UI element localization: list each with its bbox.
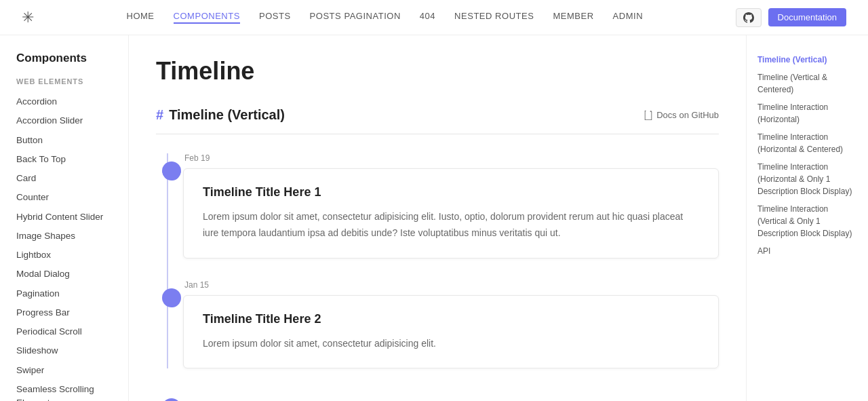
right-sidebar-items: Timeline (Vertical)Timeline (Vertical & … [757,52,857,259]
right-sidebar-item[interactable]: Timeline Interaction (Horizontal) [757,99,857,128]
section-hash: # [156,107,163,123]
sidebar-item-lightbox[interactable]: Lightbox [16,246,128,265]
right-sidebar-item[interactable]: Timeline Interaction (Horizontal & Cente… [757,129,857,157]
nav-link-home[interactable]: HOME [126,11,154,24]
timeline-container: Feb 19 Timeline Title Here 1 Lorem ipsum… [156,153,719,368]
section-divider [156,134,719,134]
sidebar-section-label: WEB ELEMENTS [16,77,128,85]
right-sidebar-item[interactable]: Timeline Interaction (Vertical & Only 1 … [757,201,857,242]
sidebar-item-progress-bar[interactable]: Progress Bar [16,303,128,322]
timeline-card-body: Lorem ipsum dolor sit amet, consectetur … [203,209,699,242]
nav-link-member[interactable]: MEMBER [553,11,593,24]
timeline-date: Feb 19 [184,153,719,163]
nav-link-posts-pagination[interactable]: POSTS PAGINATION [310,11,401,24]
timeline-card-title: Timeline Title Here 1 [203,185,699,199]
timeline-card-title: Timeline Title Here 2 [203,312,699,326]
timeline-card: Timeline Title Here 1 Lorem ipsum dolor … [183,168,719,259]
sidebar-item-hybrid-content-slider[interactable]: Hybrid Content Slider [16,208,128,227]
timeline-dot [162,161,181,180]
github-button[interactable] [736,8,762,27]
sidebar-title: Components [16,52,128,65]
sidebar-item-accordion[interactable]: Accordion [16,92,128,111]
sidebar-item-swiper[interactable]: Swiper [16,361,128,380]
logo: ✳ [22,9,34,26]
timeline-card-body: Lorem ipsum dolor sit amet, consectetur … [203,336,699,352]
sidebar-item-slideshow[interactable]: Slideshow [16,341,128,360]
section-title: Timeline (Vertical) [169,107,285,123]
sidebar-item-card[interactable]: Card [16,169,128,188]
layout: Components WEB ELEMENTS AccordionAccordi… [0,35,868,401]
right-sidebar-item[interactable]: Timeline (Vertical) [757,52,857,68]
sidebar-item-counter[interactable]: Counter [16,188,128,207]
sidebar-item-seamless-scrolling-element[interactable]: Seamless Scrolling Element [16,380,128,401]
docs-link-label: Docs on GitHub [656,110,719,120]
sidebar-item-periodical-scroll[interactable]: Periodical Scroll [16,322,128,341]
sidebar-right: Timeline (Vertical)Timeline (Vertical & … [746,35,868,401]
section-header: # Timeline (Vertical) Docs on GitHub [156,107,719,123]
nav-right: Documentation [736,8,846,27]
section-title-row: # Timeline (Vertical) [156,107,285,123]
sidebar-item-pagination[interactable]: Pagination [16,284,128,303]
logo-icon: ✳ [22,9,34,26]
sidebar-left: Components WEB ELEMENTS AccordionAccordi… [0,35,129,401]
sidebar-item-image-shapes[interactable]: Image Shapes [16,227,128,246]
nav-link-posts[interactable]: POSTS [259,11,291,24]
top-nav: ✳ HOMECOMPONENTSPOSTSPOSTS PAGINATION404… [0,0,868,35]
timeline-dot [162,288,181,307]
docs-on-github-link[interactable]: Docs on GitHub [644,110,719,120]
right-sidebar-item[interactable]: Timeline Interaction (Horizontal & Only … [757,159,857,199]
timeline-date: Jan 15 [184,280,719,290]
github-icon [743,12,754,23]
timeline-item: Feb 19 Timeline Title Here 1 Lorem ipsum… [183,153,719,259]
nav-links: HOMECOMPONENTSPOSTSPOSTS PAGINATION404NE… [126,11,643,24]
nav-link-404[interactable]: 404 [420,11,435,24]
sidebar-item-modal-dialog[interactable]: Modal Dialog [16,265,128,284]
sidebar-item-accordion-slider[interactable]: Accordion Slider [16,111,128,130]
documentation-button[interactable]: Documentation [768,8,846,26]
timeline-card: Timeline Title Here 2 Lorem ipsum dolor … [183,295,719,369]
right-sidebar-item[interactable]: API [757,243,857,259]
nav-link-nested-routes[interactable]: NESTED ROUTES [454,11,534,24]
nav-link-admin[interactable]: ADMIN [613,11,644,24]
timeline-line [167,153,168,368]
nav-link-components[interactable]: COMPONENTS [174,11,240,24]
sidebar-item-button[interactable]: Button [16,131,128,150]
sidebar-items: AccordionAccordion SliderButtonBack To T… [16,92,128,401]
file-icon [644,111,653,120]
timeline-dot [162,398,181,401]
right-sidebar-item[interactable]: Timeline (Vertical & Centered) [757,69,857,98]
sidebar-item-back-to-top[interactable]: Back To Top [16,150,128,169]
timeline-item: Jan 15 Timeline Title Here 2 Lorem ipsum… [183,280,719,369]
page-title: Timeline [156,57,719,85]
main-content: Timeline # Timeline (Vertical) Docs on G… [129,35,746,401]
